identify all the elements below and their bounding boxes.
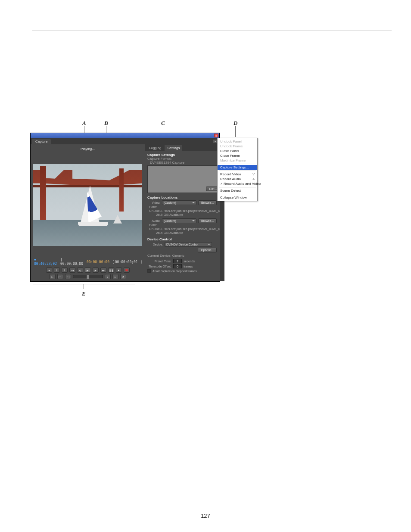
current-device: Current Device: Generic: [147, 254, 222, 258]
out-timecode[interactable]: }00:00:00;01: [113, 260, 138, 264]
timecode-row: ▼ 00:40:23;02 { 00:00:00;00 00:00:00;00 …: [33, 258, 142, 266]
set-in-button[interactable]: {: [54, 268, 60, 273]
close-icon[interactable]: ×: [214, 134, 218, 137]
menu-record-av[interactable]: Record Audio and Video: [218, 181, 257, 186]
audio-path: Path: C:\Docu...\tus.src\jlus.src.projec…: [147, 223, 222, 231]
go-out-button[interactable]: →|: [65, 274, 71, 279]
menu-close-panel[interactable]: Close Panel: [218, 149, 257, 153]
section-capture-locations: Capture Locations: [147, 196, 222, 199]
video-available: 26.5 GB Available: [147, 213, 222, 217]
device-options-button[interactable]: Options...: [198, 248, 217, 252]
go-in-button[interactable]: |←: [57, 274, 63, 279]
offset-row: Timecode Offset: 0 frames: [147, 264, 222, 268]
play-button[interactable]: ▶: [85, 268, 91, 273]
capture-settings-box: Edit...: [147, 165, 222, 193]
audio-browse-button[interactable]: Browse...: [198, 218, 217, 223]
page-rule-bottom: [32, 502, 392, 502]
video-path: Path: C:\Docu...\tus.src\jlus.src.projec…: [147, 205, 222, 213]
check-icon: [220, 182, 224, 186]
label-d: D: [234, 120, 237, 127]
menu-sep-1: [219, 164, 256, 164]
video-location-dropdown[interactable]: (Custom): [162, 200, 196, 205]
brace-e-left: [33, 282, 33, 284]
duration-timecode[interactable]: 00:00:00;00: [87, 260, 109, 264]
device-row: Device: DV/HDV Device Control: [147, 242, 222, 247]
step-fwd-button[interactable]: |▸: [93, 268, 99, 273]
abort-checkbox[interactable]: [147, 269, 151, 273]
pause-button[interactable]: ❚❚: [108, 268, 114, 273]
audio-available: 26.5 GB Available: [147, 231, 222, 235]
options-row: Options...: [147, 248, 222, 252]
video-browse-button[interactable]: Browse...: [198, 200, 217, 205]
audio-location-dropdown[interactable]: (Custom): [162, 218, 196, 223]
menu-close-frame[interactable]: Close Frame: [218, 153, 257, 158]
menu-collapse-window[interactable]: Collapse Window: [218, 195, 257, 200]
tab-settings[interactable]: Settings: [165, 145, 182, 151]
menu-record-video[interactable]: Record VideoV: [218, 172, 257, 177]
panel-body: Playing... ▼ 00:40:23;02 { 00:00: [31, 144, 219, 281]
fast-fwd-button[interactable]: ▸▸: [100, 268, 106, 273]
section-device-control: Device Control: [147, 237, 222, 241]
audio-location-row: Audio: (Custom) Browse...: [147, 218, 222, 223]
abort-label: Abort capture on dropped frames: [153, 270, 197, 273]
stop-button[interactable]: ■: [116, 268, 122, 273]
rewind-button[interactable]: ◂◂: [69, 268, 75, 273]
slow-button[interactable]: ↺: [120, 274, 126, 279]
capture-panel: × Capture Playing...: [30, 133, 220, 282]
preview-monitor: [33, 164, 142, 246]
section-capture-settings: Capture Settings: [147, 153, 222, 157]
brace-e-mid: [84, 284, 84, 289]
tab-logging[interactable]: Logging: [146, 145, 164, 151]
offset-input[interactable]: 0: [173, 264, 182, 268]
menu-sep-3: [219, 187, 256, 187]
preview-hull: [78, 222, 108, 226]
preroll-input[interactable]: 2: [173, 259, 182, 263]
offset-label: Timecode Offset:: [147, 265, 171, 268]
panel-menu: Undock Panel Undock Frame Close Panel Cl…: [217, 138, 258, 201]
record-button[interactable]: [124, 268, 130, 273]
audio-label: Audio:: [147, 219, 160, 222]
menu-sep-2: [219, 171, 256, 171]
step-back-button[interactable]: ◂|: [77, 268, 83, 273]
preroll-row: Preroll Time: 2 seconds: [147, 259, 222, 263]
page-rule-top: [32, 30, 392, 31]
preroll-unit: seconds: [184, 260, 195, 263]
menu-sep-4: [219, 194, 256, 194]
page-number: 127: [0, 513, 411, 519]
menu-maximize-frame: Maximize Frame: [218, 158, 257, 163]
shuttle-left-button[interactable]: ◂: [105, 274, 111, 279]
window-titlebar: ×: [31, 133, 219, 138]
preview-tower-right: [119, 168, 124, 212]
settings-icon[interactable]: [141, 260, 142, 264]
menu-undock-frame: Undock Frame: [218, 144, 257, 149]
in-timecode[interactable]: { 00:00:00;00: [60, 258, 83, 266]
capture-format-label: Capture Format: [147, 157, 222, 161]
settings-body: Capture Settings Capture Format DV/IEEE1…: [145, 151, 224, 281]
menu-scene-detect[interactable]: Scene Detect: [218, 188, 257, 193]
preview-tower-left: [40, 166, 46, 222]
device-dropdown[interactable]: DV/HDV Device Control: [165, 242, 212, 247]
shuttle-right-button[interactable]: ▸: [112, 274, 118, 279]
menu-capture-settings[interactable]: Capture Settings...: [218, 165, 257, 170]
tab-capture[interactable]: Capture: [32, 139, 51, 144]
menu-undock-panel: Undock Panel: [218, 139, 257, 144]
prev-scene-button[interactable]: ⇤: [50, 274, 56, 279]
preview-column: Playing... ▼ 00:40:23;02 { 00:00: [31, 144, 145, 281]
position-timecode[interactable]: ▼ 00:40:23;02: [34, 258, 57, 266]
label-a: A: [82, 120, 86, 127]
set-out-button[interactable]: }: [62, 268, 68, 273]
label-e: E: [82, 290, 86, 297]
next-scene-button[interactable]: ⇥: [46, 268, 52, 273]
offset-unit: frames: [184, 265, 193, 268]
leader-d: [235, 126, 236, 137]
menu-record-audio[interactable]: Record AudioA: [218, 177, 257, 181]
video-location-row: Video: (Custom) Browse...: [147, 200, 222, 205]
capture-format-value: DV/IEEE1394 Capture: [147, 161, 222, 165]
jog-controls: ⇤ |← →| ◂ ▸ ↺: [33, 274, 142, 279]
label-c: C: [161, 120, 165, 127]
jog-slider[interactable]: [73, 275, 103, 278]
status-area: Playing...: [33, 146, 142, 164]
label-b: B: [104, 120, 108, 127]
subtabs: Logging Settings: [145, 144, 224, 151]
preroll-label: Preroll Time:: [147, 260, 171, 263]
